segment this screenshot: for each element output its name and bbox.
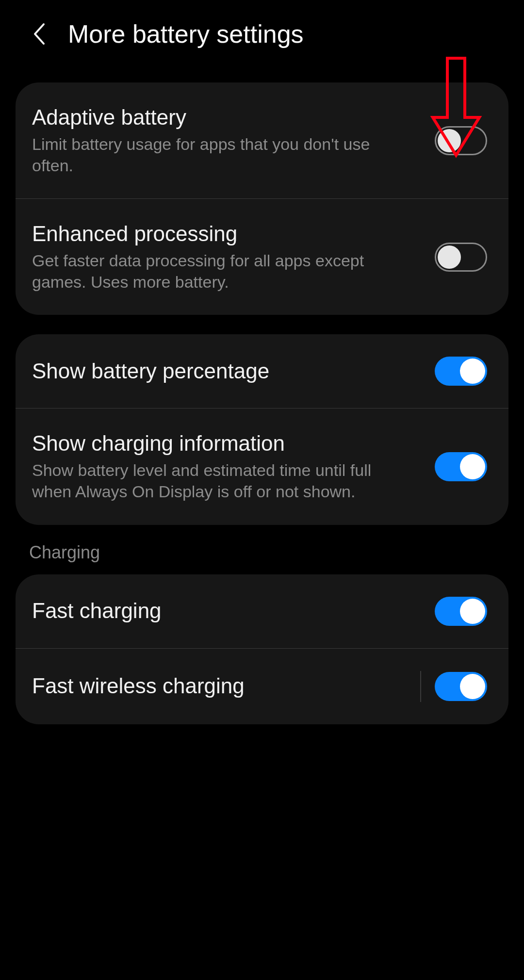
row-title: Show charging information xyxy=(32,431,420,457)
section-header-charging: Charging xyxy=(0,525,524,569)
row-fast-wireless-charging[interactable]: Fast wireless charging xyxy=(16,648,508,724)
row-title: Adaptive battery xyxy=(32,105,420,131)
row-show-charging-information[interactable]: Show charging information Show battery l… xyxy=(16,408,508,524)
row-fast-charging[interactable]: Fast charging xyxy=(16,574,508,648)
toggle-fast-wireless-charging[interactable] xyxy=(435,672,487,701)
back-chevron-icon xyxy=(32,22,46,46)
header: More battery settings xyxy=(0,0,524,63)
row-text: Show battery percentage xyxy=(32,359,435,384)
row-text: Enhanced processing Get faster data proc… xyxy=(32,221,435,293)
row-title: Enhanced processing xyxy=(32,221,420,247)
row-adaptive-battery[interactable]: Adaptive battery Limit battery usage for… xyxy=(16,82,508,198)
settings-group-charging: Fast charging Fast wireless charging xyxy=(16,574,508,724)
toggle-show-battery-percentage[interactable] xyxy=(435,357,487,386)
row-title: Fast charging xyxy=(32,598,420,624)
row-title: Show battery percentage xyxy=(32,359,420,384)
row-text: Fast charging xyxy=(32,598,435,624)
toggle-adaptive-battery[interactable] xyxy=(435,126,487,155)
row-desc: Limit battery usage for apps that you do… xyxy=(32,133,381,176)
row-text: Show charging information Show battery l… xyxy=(32,431,435,502)
vertical-divider xyxy=(420,671,421,702)
settings-group-2: Show battery percentage Show charging in… xyxy=(16,334,508,524)
row-text: Fast wireless charging xyxy=(32,673,416,699)
back-button[interactable] xyxy=(24,19,53,49)
row-show-battery-percentage[interactable]: Show battery percentage xyxy=(16,334,508,408)
row-title: Fast wireless charging xyxy=(32,673,402,699)
toggle-show-charging-information[interactable] xyxy=(435,452,487,481)
toggle-fast-charging[interactable] xyxy=(435,597,487,626)
row-text: Adaptive battery Limit battery usage for… xyxy=(32,105,435,176)
toggle-enhanced-processing[interactable] xyxy=(435,243,487,272)
page-title: More battery settings xyxy=(68,19,304,49)
settings-group-1: Adaptive battery Limit battery usage for… xyxy=(16,82,508,315)
row-desc: Show battery level and estimated time un… xyxy=(32,459,381,502)
row-enhanced-processing[interactable]: Enhanced processing Get faster data proc… xyxy=(16,198,508,315)
row-desc: Get faster data processing for all apps … xyxy=(32,250,381,293)
